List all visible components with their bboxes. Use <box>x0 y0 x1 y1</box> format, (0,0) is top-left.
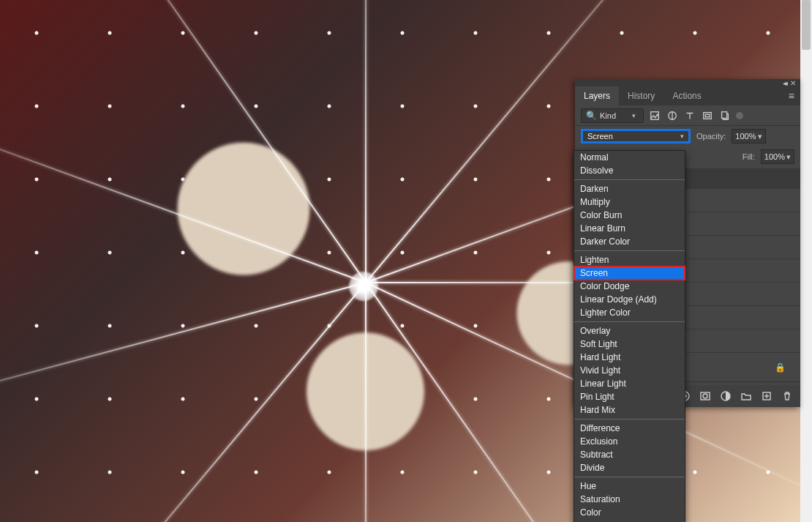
fill-value: 100% <box>764 152 785 161</box>
vertical-scrollbar[interactable] <box>800 0 812 522</box>
blend-mode-dropdown[interactable]: NormalDissolveDarkenMultiplyColor BurnLi… <box>574 150 685 522</box>
filter-pixel-icon[interactable] <box>648 109 661 122</box>
blend-mode-option[interactable]: Darker Color <box>574 235 685 248</box>
blend-mode-option[interactable]: Subtract <box>574 448 685 461</box>
fill-input[interactable]: 100% ▾ <box>761 149 794 164</box>
blend-mode-option[interactable]: Lighter Color <box>574 306 685 319</box>
blend-mode-option[interactable]: Linear Dodge (Add) <box>574 293 685 306</box>
tab-layers[interactable]: Layers <box>575 86 619 105</box>
blend-mode-option[interactable]: Color <box>574 506 685 519</box>
blend-mode-option[interactable]: Dissolve <box>574 164 685 177</box>
blend-mode-option[interactable]: Normal <box>574 151 685 164</box>
panel-menu-icon[interactable]: ≡ <box>783 90 800 102</box>
filter-type-icon[interactable] <box>683 109 696 122</box>
search-icon: 🔍 <box>586 111 597 121</box>
svg-point-8 <box>703 394 707 398</box>
svg-rect-4 <box>722 111 727 118</box>
blend-mode-option[interactable]: Hue <box>574 480 685 493</box>
close-panel-icon[interactable]: ✕ <box>790 79 796 87</box>
blend-mode-value: Screen <box>587 132 613 141</box>
chevron-down-icon: ▾ <box>632 112 636 119</box>
svg-rect-3 <box>705 114 709 117</box>
layer-filter-kind-input[interactable] <box>600 111 629 120</box>
fill-label: Fill: <box>743 152 755 161</box>
blend-mode-option[interactable]: Color Burn <box>574 209 685 222</box>
delete-layer-icon[interactable] <box>781 390 793 402</box>
blend-mode-option[interactable]: Soft Light <box>574 338 685 351</box>
blend-mode-option[interactable]: Difference <box>574 422 685 435</box>
filter-toggle-icon[interactable] <box>736 112 743 119</box>
layer-mask-icon[interactable] <box>699 390 711 402</box>
lock-icon: 🔒 <box>775 362 786 373</box>
blend-mode-option[interactable]: Luminosity <box>574 519 685 522</box>
blend-mode-option[interactable]: Vivid Light <box>574 364 685 377</box>
tab-actions[interactable]: Actions <box>663 86 710 105</box>
chevron-down-icon: ▾ <box>786 152 791 162</box>
collapse-panel-icon[interactable]: ◂◂ <box>783 79 786 87</box>
blend-mode-option[interactable]: Hard Mix <box>574 403 685 417</box>
tab-history[interactable]: History <box>619 86 663 105</box>
blend-mode-option[interactable]: Exclusion <box>574 435 685 448</box>
blend-mode-option[interactable]: Linear Light <box>574 377 685 390</box>
chevron-down-icon: ▾ <box>680 133 684 140</box>
layer-filter-kind-select[interactable]: 🔍 ▾ <box>581 108 644 123</box>
opacity-input[interactable]: 100% ▾ <box>732 129 765 143</box>
filter-shape-icon[interactable] <box>701 109 714 122</box>
svg-rect-2 <box>704 112 712 119</box>
blend-mode-option[interactable]: Lighten <box>574 253 685 266</box>
group-icon[interactable] <box>740 390 752 402</box>
blend-mode-option[interactable]: Divide <box>574 461 685 474</box>
svg-rect-0 <box>651 111 659 119</box>
opacity-label: Opacity: <box>696 132 726 141</box>
opacity-value: 100% <box>735 132 756 141</box>
blend-mode-option[interactable]: Color Dodge <box>574 280 685 293</box>
blend-mode-option[interactable]: Screen <box>574 266 685 280</box>
blend-mode-option[interactable]: Pin Light <box>574 390 685 403</box>
new-layer-icon[interactable] <box>761 390 772 402</box>
chevron-down-icon: ▾ <box>758 132 762 141</box>
blend-mode-select[interactable]: Screen ▾ <box>581 129 691 143</box>
blend-mode-option[interactable]: Hard Light <box>574 351 685 364</box>
filter-adjustment-icon[interactable] <box>666 109 679 122</box>
blend-mode-option[interactable]: Multiply <box>574 195 685 209</box>
blend-mode-option[interactable]: Linear Burn <box>574 222 685 235</box>
blend-mode-option[interactable]: Saturation <box>574 493 685 506</box>
adjustment-layer-icon[interactable] <box>720 390 732 402</box>
filter-smartobject-icon[interactable] <box>718 109 732 122</box>
blend-mode-option[interactable]: Darken <box>574 182 685 195</box>
blend-mode-option[interactable]: Overlay <box>574 324 685 338</box>
panel-tabs: Layers History Actions ≡ <box>575 86 800 105</box>
